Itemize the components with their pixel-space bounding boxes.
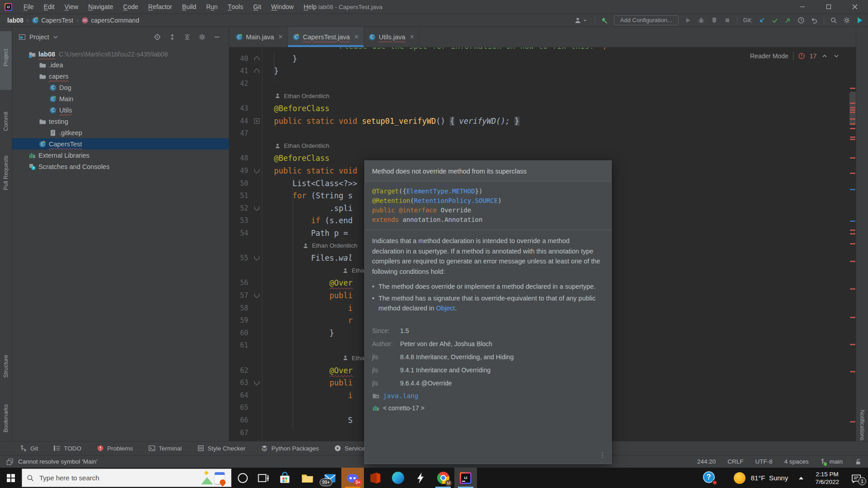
tab-Main.java[interactable]: CMain.java✕	[231, 27, 288, 47]
taskbar-search[interactable]: Type here to search	[22, 469, 231, 487]
lock-icon[interactable]	[854, 458, 862, 465]
file-encoding[interactable]: UTF-8	[755, 458, 772, 465]
users-button[interactable]	[574, 17, 589, 24]
taskbar-office[interactable]	[364, 468, 387, 488]
toolwindow-python-packages[interactable]: Python Packages	[261, 445, 319, 452]
chevron-down-icon[interactable]	[52, 33, 59, 41]
toolwindow-git[interactable]: Git	[20, 445, 38, 452]
tree-item-Utils[interactable]: CUtils	[12, 105, 229, 116]
caret-position[interactable]: 244:20	[697, 458, 716, 465]
scrollbar-thumb[interactable]	[849, 92, 856, 125]
fold-marker-icon[interactable]	[253, 202, 260, 215]
close-tab-icon[interactable]: ✕	[354, 33, 359, 40]
stripe-item-bookmarks[interactable]: Bookmarks	[0, 398, 12, 439]
fold-marker-icon[interactable]	[253, 52, 260, 65]
fold-marker-icon[interactable]	[253, 376, 260, 389]
rollback-button[interactable]	[811, 16, 818, 24]
toolwindow-problems[interactable]: Problems	[97, 445, 133, 452]
project-panel-title[interactable]: Project	[29, 33, 49, 41]
error-mark[interactable]	[850, 344, 855, 345]
close-button[interactable]	[842, 0, 868, 14]
error-mark[interactable]	[850, 421, 855, 422]
get-help-icon[interactable]: ?	[703, 471, 717, 485]
error-count[interactable]: 17	[810, 52, 817, 60]
settings-button[interactable]	[843, 16, 850, 24]
expand-all-icon[interactable]	[169, 33, 176, 41]
chev-dn-icon[interactable]	[833, 52, 840, 60]
tree-item-Main[interactable]: CMain	[12, 94, 229, 105]
error-mark[interactable]	[850, 103, 855, 104]
fold-marker-icon[interactable]	[253, 115, 260, 127]
taskbar-google-chrome[interactable]: M	[432, 468, 454, 488]
tree-item-ExternalLibraries[interactable]: External Libraries	[12, 150, 229, 161]
tree-item-capers[interactable]: capers	[12, 71, 229, 82]
menu-build[interactable]: Build	[177, 0, 201, 14]
error-mark[interactable]	[850, 157, 855, 159]
tree-item-gitkeep[interactable]: .gitkeep	[12, 127, 229, 138]
error-mark[interactable]	[850, 371, 855, 372]
history-button[interactable]	[797, 16, 805, 24]
taskbar-mail[interactable]: 99+	[319, 468, 341, 488]
taskbar-intellij-idea[interactable]: IJ	[454, 468, 477, 488]
error-mark[interactable]	[850, 107, 855, 108]
debug-button[interactable]	[698, 16, 705, 24]
error-mark[interactable]	[850, 128, 855, 129]
search-highlight-icon[interactable]	[201, 471, 226, 485]
error-mark[interactable]	[850, 112, 855, 113]
menu-edit[interactable]: Edit	[39, 0, 60, 14]
stripe-item-structure[interactable]: Structure	[0, 348, 12, 385]
close-tab-icon[interactable]: ✕	[410, 33, 415, 40]
collapse-all-icon[interactable]	[184, 33, 191, 41]
tab-Utils.java[interactable]: CUtils.java✕	[364, 27, 420, 47]
menu-run[interactable]: Run	[201, 0, 223, 14]
error-mark[interactable]	[850, 317, 855, 318]
change-mark[interactable]	[850, 189, 855, 190]
taskbar-clock[interactable]: 2:15 PM 7/6/2022	[810, 470, 844, 486]
git-commit-button[interactable]	[771, 16, 778, 24]
project-tool-icon[interactable]	[19, 33, 26, 41]
change-mark[interactable]	[850, 221, 855, 222]
git-branch-widget[interactable]: main	[821, 458, 843, 465]
git-update-button[interactable]	[758, 16, 765, 24]
breadcrumb-CapersTest[interactable]: CCapersTest	[32, 17, 73, 24]
error-mark[interactable]	[850, 173, 855, 174]
error-mark[interactable]	[850, 88, 855, 89]
stripe-item-commit[interactable]: Commit	[0, 106, 12, 136]
git-push-button[interactable]	[784, 16, 792, 24]
maximize-button[interactable]	[816, 0, 842, 14]
menu-refactor[interactable]: Refactor	[143, 0, 177, 14]
taskbar-lightning-app[interactable]	[409, 468, 432, 488]
menu-file[interactable]: File	[19, 0, 39, 14]
breadcrumb-capersCommand[interactable]: mcapersCommand	[81, 17, 139, 24]
taskbar-task-view[interactable]	[252, 468, 275, 488]
taskbar-microsoft-edge[interactable]	[387, 468, 409, 488]
menu-tools[interactable]: Tools	[223, 0, 248, 14]
error-mark[interactable]	[850, 243, 855, 244]
taskbar-discord[interactable]: 9+	[341, 468, 364, 488]
weather-widget[interactable]: 81°F Sunny	[729, 472, 793, 484]
run-button[interactable]	[684, 16, 692, 24]
show-hidden-icons[interactable]	[793, 477, 810, 479]
menu-window[interactable]: Window	[266, 0, 299, 14]
error-mark[interactable]	[850, 123, 855, 125]
stripe-item-project[interactable]: Project	[0, 33, 12, 83]
fold-marker-icon[interactable]	[253, 289, 260, 302]
fold-marker-icon[interactable]	[253, 164, 260, 177]
fold-marker-icon[interactable]	[253, 65, 260, 77]
tab-CapersTest.java[interactable]: CCapersTest.java✕	[288, 27, 364, 47]
toolwindow-style-checker[interactable]: Style Checker	[197, 445, 245, 452]
fold-marker-icon[interactable]	[253, 252, 260, 264]
menu-view[interactable]: View	[60, 0, 83, 14]
popup-link[interactable]: Object	[436, 305, 455, 312]
tree-item-CapersTest[interactable]: CCapersTest	[12, 138, 229, 150]
chev-up-icon[interactable]	[821, 52, 828, 60]
toolwindow-todo[interactable]: TODO	[53, 445, 81, 452]
gear-icon[interactable]	[198, 33, 206, 41]
coverage-button[interactable]	[711, 16, 718, 24]
start-button[interactable]	[0, 468, 22, 488]
taskbar-microsoft-store[interactable]	[274, 468, 296, 488]
error-mark[interactable]	[850, 118, 855, 120]
code-with-me-button[interactable]	[856, 16, 863, 24]
menu-navigate[interactable]: Navigate	[83, 0, 118, 14]
taskbar-file-explorer[interactable]	[296, 468, 319, 488]
